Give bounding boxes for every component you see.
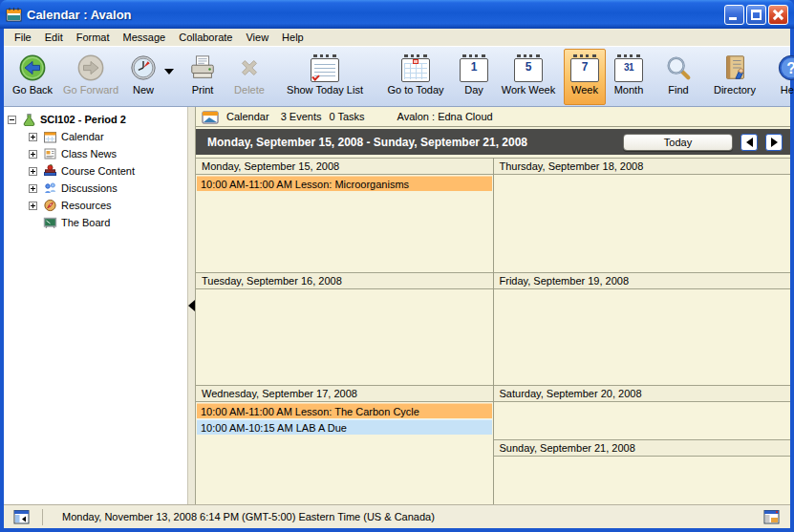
day-cell-wednesday[interactable]: 10:00 AM-11:00 AM Lesson: The Carbon Cyc… [196, 402, 493, 504]
day-cell-tuesday[interactable] [196, 289, 493, 385]
sidebar-item-class-news[interactable]: Class News [8, 146, 187, 161]
previous-week-button[interactable] [740, 134, 758, 151]
go-to-today-label: Go to Today [387, 84, 443, 96]
toolbar-directory-button[interactable]: Directory [705, 49, 764, 105]
day-cell-monday[interactable]: 10:00 AM-11:00 AM Lesson: Microorganisms [196, 175, 493, 272]
toolbar-week-button[interactable]: 7 Week [564, 49, 606, 105]
sidebar-item-label: Class News [61, 148, 117, 160]
toolbar-show-today-list-button[interactable]: Show Today List [279, 49, 371, 105]
sidebar-item-label: Resources [61, 200, 112, 211]
window-layout-icon[interactable] [763, 509, 781, 525]
calendar-event[interactable]: 10:00 AM-11:00 AM Lesson: The Carbon Cyc… [197, 403, 492, 418]
day-header: Monday, September 15, 2008 [196, 158, 493, 175]
menu-format[interactable]: Format [70, 31, 117, 44]
today-button[interactable]: Today [623, 134, 733, 151]
day-cell-sunday[interactable] [494, 457, 791, 504]
sidebar-item-course-content[interactable]: Course Content [8, 163, 187, 179]
week-label: Week [571, 84, 598, 96]
expand-box-icon[interactable] [29, 167, 37, 176]
expand-box-icon[interactable] [29, 184, 37, 193]
collapse-pane-icon[interactable] [188, 300, 195, 311]
maximize-button[interactable] [746, 5, 766, 25]
calendar-event[interactable]: 10:00 AM-11:00 AM Lesson: Microorganisms [197, 176, 492, 191]
day-header: Sunday, September 21, 2008 [494, 439, 791, 457]
next-week-button[interactable] [765, 134, 783, 151]
new-label: New [133, 84, 154, 96]
find-label: Find [668, 84, 688, 96]
calendar-event[interactable]: 10:00 AM-10:15 AM LAB A Due [197, 419, 492, 435]
sidebar-item-resources[interactable]: Resources [8, 198, 187, 213]
expand-box-icon[interactable] [29, 202, 37, 210]
week-grid: Monday, September 15, 2008 10:00 AM-11:0… [196, 155, 790, 504]
toolbar-go-back-button[interactable]: Go Back [6, 49, 59, 105]
sidebar-item-the-board[interactable]: The Board [8, 215, 187, 230]
toolbar-help-button[interactable]: ? Help [770, 49, 794, 105]
delete-icon [235, 52, 264, 84]
date-range-bar: Monday, September 15, 2008 - Sunday, Sep… [196, 129, 790, 155]
tree-root-sci102[interactable]: SCI102 - Period 2 [8, 112, 187, 127]
toolbar-delete-button[interactable]: Delete [225, 49, 273, 105]
toolbar-go-forward-button[interactable]: Go Forward [59, 49, 122, 105]
sidebar-item-label: Discussions [61, 182, 118, 194]
close-button[interactable] [768, 5, 788, 25]
pane-splitter[interactable] [187, 107, 195, 504]
titlebar: Calendar : Avalon [0, 0, 794, 29]
sidebar-item-label: The Board [61, 217, 110, 228]
menu-view[interactable]: View [239, 31, 275, 44]
go-forward-label: Go Forward [63, 84, 118, 96]
print-icon [188, 52, 217, 84]
infobar-title: Calendar [226, 111, 269, 122]
day-header: Tuesday, September 16, 2008 [196, 272, 493, 289]
app-window: Calendar : Avalon File Edit Format Messa… [0, 0, 794, 532]
date-range-label: Monday, September 15, 2008 - Sunday, Sep… [207, 136, 623, 149]
chevron-down-icon [164, 69, 174, 74]
toolbar-month-button[interactable]: 31 Month [606, 49, 652, 105]
show-today-list-label: Show Today List [287, 84, 363, 96]
sidebar-item-label: Calendar [61, 131, 104, 142]
menu-help[interactable]: Help [275, 31, 311, 44]
news-icon [43, 147, 57, 160]
help-label: Help [781, 84, 794, 96]
go-to-today-icon [401, 52, 430, 84]
toolbar-go-to-today-button[interactable]: Go to Today [376, 49, 455, 105]
sidebar-item-calendar[interactable]: Calendar [8, 129, 187, 144]
day-cell-saturday[interactable] [494, 402, 791, 439]
search-icon [664, 52, 693, 84]
toolbar-work-week-button[interactable]: 5 Work Week [493, 49, 564, 105]
tasks-count: 0 Tasks [329, 111, 364, 122]
expand-box-icon[interactable] [29, 133, 37, 141]
toolbar-new-button[interactable]: New [122, 49, 164, 105]
statusbar-datetime: Monday, November 13, 2008 6:14 PM (GMT-5… [53, 511, 763, 522]
toolbar-day-button[interactable]: 1 Day [455, 49, 493, 105]
flask-icon [22, 113, 36, 126]
window-title: Calendar : Avalon [27, 8, 724, 22]
books-apple-icon [43, 164, 57, 178]
menu-collaborate[interactable]: Collaborate [172, 31, 239, 44]
collapse-box-icon[interactable] [8, 116, 16, 124]
menu-file[interactable]: File [8, 31, 38, 44]
statusbar-divider [42, 509, 43, 525]
toolbar-find-button[interactable]: Find [657, 49, 699, 105]
day-calendar-icon: 1 [460, 52, 488, 84]
menubar: File Edit Format Message Collaborate Vie… [4, 29, 790, 46]
sidebar-item-discussions[interactable]: Discussions [8, 181, 187, 196]
day-cell-friday[interactable] [494, 289, 791, 385]
calendar-pad-icon [202, 110, 219, 124]
toolbar-print-button[interactable]: Print [180, 49, 225, 105]
minimize-icon [729, 17, 737, 20]
new-clock-icon [129, 52, 158, 84]
events-count: 3 Events [281, 111, 322, 122]
day-header: Saturday, September 20, 2008 [494, 385, 791, 402]
menu-message[interactable]: Message [117, 31, 173, 44]
day-cell-thursday[interactable] [494, 175, 791, 272]
new-dropdown-button[interactable] [164, 49, 174, 105]
statusbar: Monday, November 13, 2008 6:14 PM (GMT-5… [4, 504, 790, 528]
tree-root-label: SCI102 - Period 2 [40, 114, 126, 125]
expand-box-icon[interactable] [29, 150, 37, 159]
menu-edit[interactable]: Edit [38, 31, 70, 44]
split-view-icon[interactable] [13, 509, 31, 525]
minimize-button[interactable] [724, 5, 744, 25]
work-week-calendar-icon: 5 [514, 52, 543, 84]
calendar-icon [43, 130, 57, 143]
calendar-pane: Calendar 3 Events 0 Tasks Avalon : Edna … [195, 107, 790, 504]
